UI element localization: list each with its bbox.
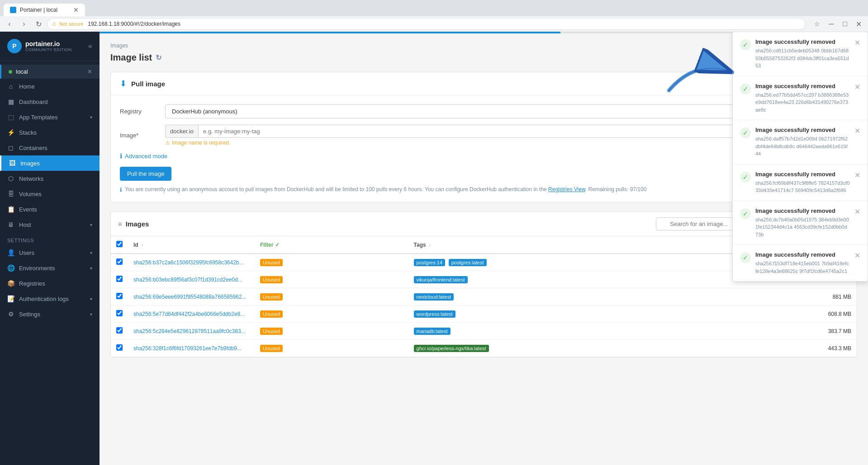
tag-badge[interactable]: wordpress:latest — [414, 310, 455, 318]
endpoint-item[interactable]: local ✕ — [0, 65, 100, 79]
sidebar-item-settings[interactable]: ⚙ Settings ▾ — [0, 306, 100, 322]
image-size: 443.3 MB — [811, 340, 857, 357]
notification-hash: sha256:cd811cb5edeb05348 0bbb167d6893b05… — [755, 47, 850, 70]
notification-close-button[interactable]: ✕ — [854, 38, 860, 47]
refresh-icon[interactable]: ↻ — [156, 53, 161, 62]
tags-cell: ghcr.io/paperless-ngx/tika:latest — [414, 345, 806, 352]
sidebar-item-events[interactable]: 📋 Events — [0, 202, 100, 217]
maximize-button[interactable]: □ — [839, 18, 851, 30]
tags-cell: mariadb:latest — [414, 328, 806, 335]
image-input[interactable] — [198, 125, 816, 138]
stacks-icon: ⚡ — [7, 129, 14, 136]
notification-close-button[interactable]: ✕ — [854, 251, 860, 260]
window-controls: ─ □ ✕ — [825, 18, 864, 30]
sidebar-item-containers[interactable]: ◻ Containers — [0, 140, 100, 155]
settings-section-label: Settings — [0, 232, 100, 245]
sidebar: P portainer.io COMMUNITY EDITION « local… — [0, 32, 100, 465]
row-checkbox[interactable] — [116, 310, 123, 316]
sidebar-header: P portainer.io COMMUNITY EDITION « — [0, 32, 100, 61]
row-checkbox[interactable] — [116, 276, 123, 282]
tag-badge[interactable]: ghcr.io/paperless-ngx/tika:latest — [414, 345, 489, 352]
image-id[interactable]: sha256:5c284e5e829612878511aa9fc0c383... — [133, 328, 246, 334]
sort-icon: ↑ — [141, 243, 143, 248]
tags-cell: nextcloud:latest — [414, 293, 806, 301]
chevron-down-icon: ▾ — [90, 250, 92, 255]
forward-button[interactable]: › — [18, 18, 30, 30]
table-title-text: Images — [126, 220, 149, 228]
unused-badge: Unused — [260, 259, 283, 266]
sidebar-item-host[interactable]: 🖥 Host ▾ — [0, 217, 100, 232]
tab-favicon — [10, 7, 16, 13]
sidebar-item-volumes[interactable]: 🗄 Volumes — [0, 186, 100, 202]
environments-icon: 🌐 — [7, 264, 14, 272]
notification-close-button[interactable]: ✕ — [854, 127, 860, 135]
sidebar-item-app-templates[interactable]: ⬚ App Templates ▾ — [0, 109, 100, 125]
tag-badge[interactable]: vikunja/frontend:latest — [414, 276, 468, 283]
sidebar-item-networks[interactable]: ⬡ Networks — [0, 171, 100, 186]
pull-image-button[interactable]: Pull the image — [120, 167, 171, 181]
browser-chrome: Portainer | local ✕ ‹ › ↻ ⚠ Not secure 1… — [0, 0, 868, 32]
sidebar-item-registries[interactable]: 📦 Registries — [0, 276, 100, 291]
tab-close-button[interactable]: ✕ — [73, 6, 79, 14]
tag-badge[interactable]: mariadb:latest — [414, 328, 451, 335]
notification-item: ✓ Image successfully removed sha256:fcf6… — [733, 164, 868, 201]
logo-text: portainer.io COMMUNITY EDITION — [25, 40, 72, 52]
notification-close-button[interactable]: ✕ — [854, 207, 860, 216]
image-id[interactable]: sha256:69e5eee6991f95548088a766585962... — [133, 294, 247, 300]
sidebar-item-label: Users — [19, 249, 85, 256]
events-icon: 📋 — [7, 206, 14, 213]
registries-view-link[interactable]: Registries View — [548, 186, 585, 193]
address-bar[interactable]: ⚠ Not secure 192.168.1.18:9000/#!/2/dock… — [47, 18, 806, 30]
back-button[interactable]: ‹ — [4, 18, 15, 30]
sort-icon: ↕ — [429, 243, 431, 248]
endpoint-close-button[interactable]: ✕ — [87, 68, 92, 75]
notification-content: Image successfully removed sha256:ed77b5… — [755, 83, 850, 114]
row-checkbox[interactable] — [116, 344, 123, 351]
unused-badge: Unused — [260, 276, 283, 283]
sidebar-item-environments[interactable]: 🌐 Environments ▾ — [0, 260, 100, 276]
notification-hash: sha256:f153df718e415eb001 7b9af418efcfe1… — [755, 260, 850, 275]
image-id[interactable]: sha256:b37c2a6c1506f32995fc6958c3642b... — [133, 259, 244, 266]
sidebar-item-auth-logs[interactable]: 📝 Authentication logs ▾ — [0, 291, 100, 306]
row-checkbox[interactable] — [116, 327, 123, 333]
success-icon: ✓ — [740, 39, 751, 50]
sidebar-item-label: Authentication logs — [19, 296, 85, 302]
id-column-header[interactable]: Id ↑ — [128, 236, 255, 254]
notification-close-button[interactable]: ✕ — [854, 171, 860, 179]
bookmark-button[interactable]: ☆ — [811, 18, 823, 30]
tab-title: Portainer | local — [20, 7, 57, 13]
reload-button[interactable]: ↻ — [33, 18, 44, 30]
image-id[interactable]: sha256:5e77d84df442f2a4be6066e5ddb2e8... — [133, 311, 245, 317]
row-checkbox[interactable] — [116, 258, 123, 265]
sidebar-item-users[interactable]: 👤 Users ▾ — [0, 245, 100, 260]
image-prefix: docker.io — [165, 125, 198, 138]
tag-badge[interactable]: nextcloud:latest — [414, 293, 454, 301]
sidebar-item-label: Containers — [19, 145, 92, 151]
sidebar-item-images[interactable]: 🖼 Images — [0, 155, 100, 171]
images-icon: 🖼 — [9, 160, 16, 167]
sidebar-item-dashboard[interactable]: ▦ Dashboard — [0, 94, 100, 109]
table-title: ≡ Images — [118, 220, 149, 228]
row-checkbox[interactable] — [116, 293, 123, 299]
tag-badge[interactable]: postgres:latest — [449, 259, 487, 266]
notification-close-button[interactable]: ✕ — [854, 83, 860, 91]
image-id[interactable]: sha256:328f1c6f6fd17093261ee7e7b9fdb9... — [133, 345, 242, 352]
info-circle-icon: ℹ — [120, 152, 122, 160]
browser-actions: ☆ — [811, 18, 823, 30]
select-all-header — [111, 236, 128, 254]
address-bar-security-text: Not secure — [59, 21, 83, 27]
image-id[interactable]: sha256:b03ebc89f56af3c07f1d391cd2ee0d... — [133, 277, 242, 283]
success-icon: ✓ — [740, 84, 751, 94]
sidebar-item-label: Registries — [19, 280, 92, 287]
sidebar-item-home[interactable]: ⌂ Home — [0, 79, 100, 94]
minimize-button[interactable]: ─ — [825, 18, 837, 30]
close-button[interactable]: ✕ — [853, 18, 864, 30]
pull-image-title: Pull image — [131, 80, 165, 88]
sidebar-collapse-button[interactable]: « — [88, 42, 92, 50]
select-all-checkbox[interactable] — [116, 241, 123, 247]
tag-badge[interactable]: postgres:14 — [414, 259, 445, 266]
notification-title: Image successfully removed — [755, 171, 850, 178]
browser-tab-active[interactable]: Portainer | local ✕ — [4, 4, 85, 16]
sidebar-item-stacks[interactable]: ⚡ Stacks — [0, 125, 100, 140]
table-row: sha256:5e77d84df442f2a4be6066e5ddb2e8...… — [111, 305, 857, 323]
